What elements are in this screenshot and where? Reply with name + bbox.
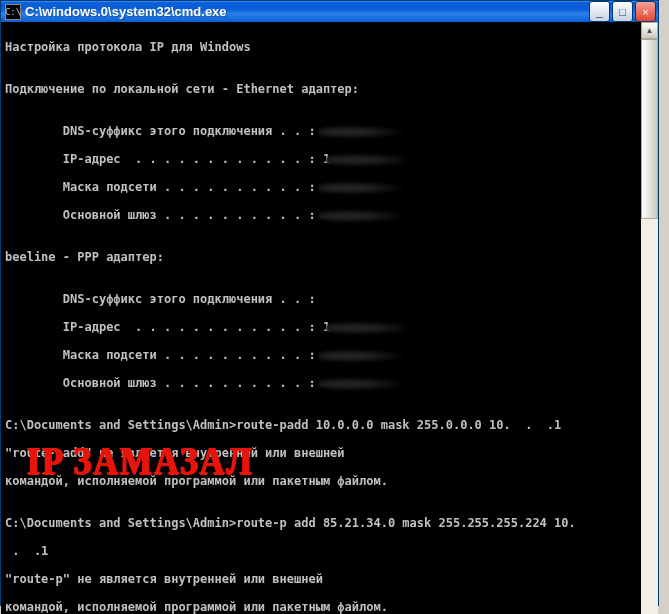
close-button[interactable]: × [635,1,656,22]
output-line: "route-p" не является внутренней или вне… [5,572,637,586]
redacted-value [323,378,413,390]
output-line: C:\Documents and Settings\Admin>route-p … [5,516,637,530]
output-line: Маска подсети . . . . . . . . . . : [5,348,637,362]
console-output[interactable]: Настройка протокола IP для Windows Подкл… [1,22,641,614]
output-line: Настройка протокола IP для Windows [5,40,637,54]
output-line: командой, исполняемой программой или пак… [5,474,637,488]
command-text: route-padd 10.0.0.0 mask 255.0.0.0 10. .… [236,418,561,432]
redacted-value [323,126,413,138]
titlebar[interactable]: C:\ C:\windows.0\system32\cmd.exe _ □ × [1,1,658,22]
output-line: Основной шлюз . . . . . . . . . . : [5,208,637,222]
output-line: IP-адрес . . . . . . . . . . . . : 1 [5,152,637,166]
redacted-value [323,350,413,362]
output-line: beeline - PPP адаптер: [5,250,637,264]
vertical-scrollbar[interactable]: ▲ ▼ [641,22,658,614]
redacted-value [330,322,420,334]
window-controls: _ □ × [589,1,656,22]
output-line: DNS-суффикс этого подключения . . : [5,124,637,138]
output-line: Подключение по локальной сети - Ethernet… [5,82,637,96]
output-line: Основной шлюз . . . . . . . . . . : [5,376,637,390]
output-line: DNS-суффикс этого подключения . . : [5,292,637,306]
redacted-value [330,154,420,166]
output-line: командой, исполняемой программой или пак… [5,600,637,614]
maximize-button[interactable]: □ [612,1,633,22]
console-area: Настройка протокола IP для Windows Подкл… [1,22,658,614]
redacted-value [323,210,413,222]
scrollbar-track[interactable] [641,39,658,614]
output-line: "route-padd" не является внутренней или … [5,446,637,460]
prompt: C:\Documents and Settings\Admin> [5,418,236,432]
app-icon: C:\ [5,4,21,20]
scrollbar-thumb[interactable] [641,39,658,219]
output-line: C:\Documents and Settings\Admin>route-pa… [5,418,637,432]
output-line: IP-адрес . . . . . . . . . . . . : 1 [5,320,637,334]
output-line: . .1 [5,544,637,558]
cmd-window: C:\ C:\windows.0\system32\cmd.exe _ □ × … [0,0,659,606]
minimize-button[interactable]: _ [589,1,610,22]
command-text: route-p add 85.21.34.0 mask 255.255.255.… [236,516,583,530]
output-line: Маска подсети . . . . . . . . . . : [5,180,637,194]
redacted-value [323,182,413,194]
window-title: C:\windows.0\system32\cmd.exe [25,4,589,19]
scroll-up-button[interactable]: ▲ [641,22,658,39]
prompt: C:\Documents and Settings\Admin> [5,516,236,530]
